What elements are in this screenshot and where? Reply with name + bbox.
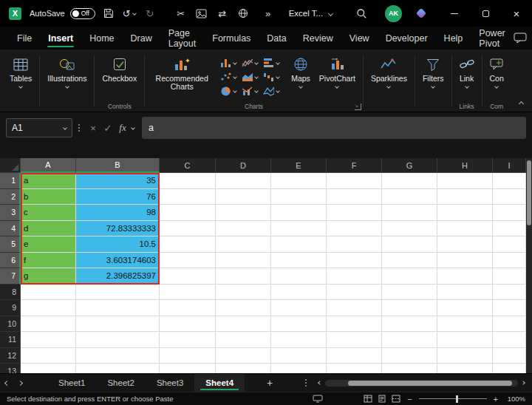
sheet-tab-sheet4[interactable]: Sheet4 xyxy=(194,374,245,392)
cell-D1[interactable] xyxy=(216,173,271,189)
cell-B6[interactable]: 3.603174603 xyxy=(76,253,160,269)
ribbon-tab-developer[interactable]: Developer xyxy=(378,27,436,50)
sheet-nav-right-button[interactable] xyxy=(13,381,27,385)
surface-chart-button[interactable] xyxy=(263,86,279,96)
translate-button[interactable] xyxy=(236,4,250,22)
row-header-2[interactable]: 2 xyxy=(0,189,21,205)
cell-A2[interactable]: b xyxy=(21,189,76,205)
cancel-icon[interactable]: × xyxy=(86,123,100,134)
column-header-F[interactable]: F xyxy=(327,158,382,173)
cell-C5[interactable] xyxy=(160,236,216,253)
page-break-view-icon[interactable] xyxy=(392,395,400,403)
scatter-chart-button[interactable] xyxy=(220,72,236,82)
recommended-charts-button[interactable]: Recommended Charts xyxy=(148,52,216,92)
row-header-7[interactable]: 7 xyxy=(0,268,21,285)
cell-A11[interactable] xyxy=(21,332,76,348)
cell-C7[interactable] xyxy=(160,268,216,285)
cell-I5[interactable] xyxy=(493,236,526,253)
cell-F2[interactable] xyxy=(327,189,382,205)
cell-B12[interactable] xyxy=(76,348,160,364)
cell-I6[interactable] xyxy=(493,253,526,269)
cell-I12[interactable] xyxy=(493,348,526,364)
display-settings-icon[interactable] xyxy=(313,395,323,403)
cell-I8[interactable] xyxy=(493,285,526,301)
checkbox-button[interactable]: Checkbox xyxy=(98,52,141,84)
page-layout-view-icon[interactable] xyxy=(378,395,386,403)
cell-C9[interactable] xyxy=(160,300,216,316)
cell-E1[interactable] xyxy=(271,173,327,189)
cell-G7[interactable] xyxy=(382,268,437,285)
cell-G6[interactable] xyxy=(382,253,437,269)
area-chart-button[interactable] xyxy=(242,72,258,82)
cell-G13[interactable] xyxy=(382,364,437,373)
cell-I1[interactable] xyxy=(493,173,526,189)
cell-D10[interactable] xyxy=(216,316,271,333)
column-header-B[interactable]: B xyxy=(76,158,160,173)
row-header-4[interactable]: 4 xyxy=(0,221,21,237)
row-header-6[interactable]: 6 xyxy=(0,253,21,269)
cell-C10[interactable] xyxy=(160,316,216,333)
cell-E10[interactable] xyxy=(271,316,327,333)
select-all-corner[interactable] xyxy=(0,158,21,173)
cell-H13[interactable] xyxy=(437,364,493,373)
cell-H9[interactable] xyxy=(437,300,493,316)
column-chart-button[interactable] xyxy=(220,58,236,68)
row-header-5[interactable]: 5 xyxy=(0,236,21,253)
cell-D6[interactable] xyxy=(216,253,271,269)
cell-H1[interactable] xyxy=(437,173,493,189)
row-header-11[interactable]: 11 xyxy=(0,332,21,348)
cell-F5[interactable] xyxy=(327,236,382,253)
cell-G4[interactable] xyxy=(382,221,437,237)
vertical-scrollbar[interactable] xyxy=(526,158,532,373)
name-box[interactable]: A1 xyxy=(6,118,72,137)
zoom-slider[interactable] xyxy=(419,395,487,403)
sheet-tab-sheet1[interactable]: Sheet1 xyxy=(47,374,96,392)
link-button[interactable]: Link xyxy=(455,52,479,89)
cell-B5[interactable]: 10.5 xyxy=(76,236,160,253)
cell-F7[interactable] xyxy=(327,268,382,285)
cell-C11[interactable] xyxy=(160,332,216,348)
column-header-H[interactable]: H xyxy=(437,158,493,173)
cell-I9[interactable] xyxy=(493,300,526,316)
cell-I3[interactable] xyxy=(493,205,526,221)
cell-A7[interactable]: g xyxy=(21,268,76,285)
cell-H11[interactable] xyxy=(437,332,493,348)
cell-F10[interactable] xyxy=(327,316,382,333)
cell-H2[interactable] xyxy=(437,189,493,205)
cell-I4[interactable] xyxy=(493,221,526,237)
more-commands-button[interactable]: » xyxy=(261,4,276,22)
sheet-options-icon[interactable] xyxy=(305,379,307,387)
cell-F3[interactable] xyxy=(327,205,382,221)
ribbon-tab-file[interactable]: File xyxy=(9,27,40,50)
cell-G2[interactable] xyxy=(382,189,437,205)
cell-E7[interactable] xyxy=(271,268,327,285)
cell-D8[interactable] xyxy=(216,285,271,301)
cell-D11[interactable] xyxy=(216,332,271,348)
cell-I13[interactable] xyxy=(493,364,526,373)
window-title[interactable]: Excel T... xyxy=(289,9,332,18)
cell-C4[interactable] xyxy=(160,221,216,237)
cell-F9[interactable] xyxy=(327,300,382,316)
save-button[interactable] xyxy=(101,4,116,22)
cell-H8[interactable] xyxy=(437,285,493,301)
cell-A6[interactable]: f xyxy=(21,253,76,269)
column-header-E[interactable]: E xyxy=(271,158,327,173)
maps-button[interactable]: Maps xyxy=(287,52,315,89)
combo-chart-button[interactable] xyxy=(242,86,258,96)
scroll-right-icon[interactable] xyxy=(520,381,526,384)
waterfall-chart-button[interactable] xyxy=(263,72,279,82)
row-header-3[interactable]: 3 xyxy=(0,205,21,221)
ribbon-tab-page-layout[interactable]: Page Layout xyxy=(160,27,205,50)
pivotchart-button[interactable]: PivotChart xyxy=(315,52,360,89)
tables-button[interactable]: Tables xyxy=(5,52,36,89)
cell-E13[interactable] xyxy=(271,364,327,373)
ribbon-tab-view[interactable]: View xyxy=(341,27,378,50)
cell-A8[interactable] xyxy=(21,285,76,301)
cell-A9[interactable] xyxy=(21,300,76,316)
cell-G1[interactable] xyxy=(382,173,437,189)
cell-F12[interactable] xyxy=(327,348,382,364)
comments-button[interactable] xyxy=(514,33,527,44)
zoom-level[interactable]: 100% xyxy=(505,395,525,403)
ribbon-tab-insert[interactable]: Insert xyxy=(40,27,81,50)
sparklines-button[interactable]: Sparklines xyxy=(366,52,412,89)
